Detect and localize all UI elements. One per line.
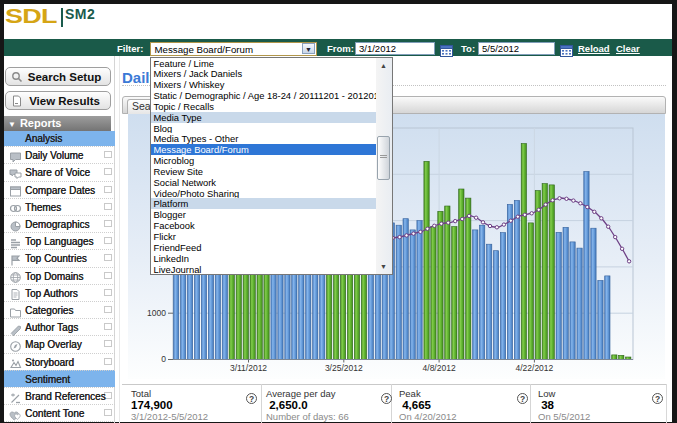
svg-text:3/11/2012: 3/11/2012 xyxy=(230,363,267,373)
svg-text:4/22/2012: 4/22/2012 xyxy=(515,363,553,373)
svg-text:4/8/2012: 4/8/2012 xyxy=(423,363,456,373)
svg-text:0: 0 xyxy=(161,354,166,364)
svg-text:1000: 1000 xyxy=(147,308,166,318)
svg-text:3/25/2012: 3/25/2012 xyxy=(325,363,363,373)
